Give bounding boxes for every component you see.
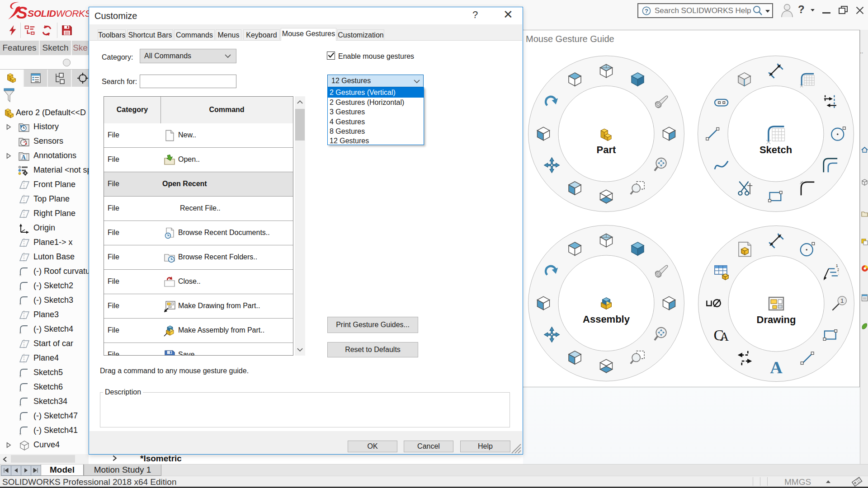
svg-text:?: ? <box>645 8 648 14</box>
svg-text:S: S <box>16 4 27 20</box>
